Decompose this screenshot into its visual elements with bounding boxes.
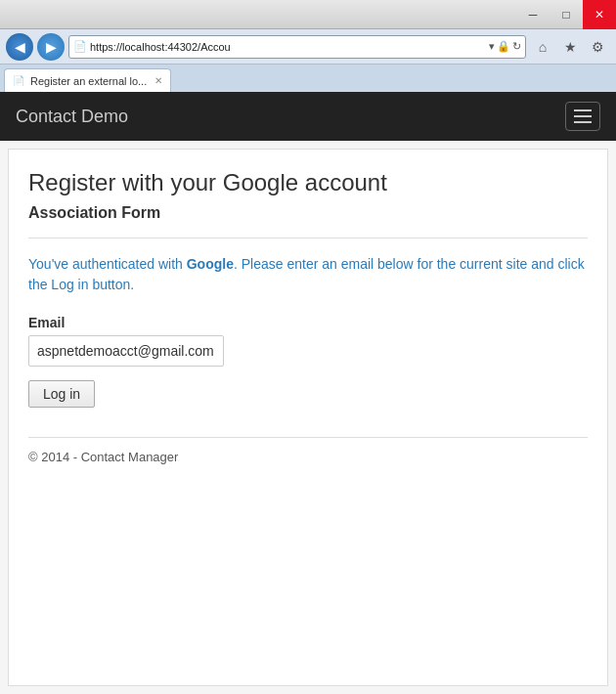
info-text: You've authenticated with Google. Please… — [28, 254, 588, 295]
hamburger-menu-button[interactable] — [565, 102, 600, 131]
content-area: Register with your Google account Associ… — [0, 141, 616, 694]
url-text: https://localhost:44302/Accou — [90, 41, 486, 53]
browser-window: ─ □ ✕ ◀ ▶ 📄 https://localhost:44302/Acco… — [0, 0, 616, 694]
hamburger-line-3 — [574, 121, 592, 123]
footer-text: © 2014 - Contact Manager — [28, 450, 178, 464]
info-text-part1: You've authenticated with — [28, 256, 187, 272]
email-label: Email — [28, 315, 588, 330]
browser-utility-icons: ⌂ ★ ⚙ — [530, 34, 610, 60]
tab-bar: 📄 Register an external lo... ✕ — [0, 65, 616, 92]
title-bar: ─ □ ✕ — [0, 0, 616, 29]
tab-favicon: 📄 — [13, 75, 24, 86]
tab-close-button[interactable]: ✕ — [154, 75, 162, 86]
hamburger-line-1 — [574, 109, 592, 111]
tab-label: Register an external lo... — [30, 75, 147, 87]
address-bar[interactable]: 📄 https://localhost:44302/Accou ▾ 🔒 ↻ — [68, 35, 526, 59]
email-input[interactable] — [28, 335, 224, 367]
google-text: Google — [187, 256, 234, 272]
page-icon: 📄 — [73, 40, 87, 53]
dropdown-icon[interactable]: ▾ — [489, 40, 495, 53]
settings-icon[interactable]: ⚙ — [585, 34, 610, 60]
home-icon[interactable]: ⌂ — [530, 34, 555, 60]
hamburger-line-2 — [574, 115, 592, 117]
refresh-icon[interactable]: ↻ — [512, 40, 521, 53]
favorites-icon[interactable]: ★ — [557, 34, 583, 60]
browser-toolbar: ◀ ▶ 📄 https://localhost:44302/Accou ▾ 🔒 … — [0, 29, 616, 65]
login-button[interactable]: Log in — [28, 380, 95, 408]
footer: © 2014 - Contact Manager — [28, 437, 588, 464]
maximize-button[interactable]: □ — [550, 0, 583, 29]
content-inner: Register with your Google account Associ… — [8, 149, 608, 686]
close-button[interactable]: ✕ — [583, 0, 616, 29]
window-controls: ─ □ ✕ — [516, 0, 616, 29]
divider-top — [28, 238, 588, 239]
back-button[interactable]: ◀ — [6, 33, 33, 61]
app-title: Contact Demo — [16, 107, 128, 127]
app-header: Contact Demo — [0, 92, 616, 141]
active-tab[interactable]: 📄 Register an external lo... ✕ — [4, 68, 171, 92]
page-heading: Register with your Google account — [28, 169, 588, 196]
email-field-group: Email — [28, 315, 588, 367]
forward-button[interactable]: ▶ — [37, 33, 65, 61]
security-icon: 🔒 — [497, 40, 510, 53]
sub-heading: Association Form — [28, 204, 588, 222]
address-bar-icons: ▾ 🔒 ↻ — [489, 40, 521, 53]
minimize-button[interactable]: ─ — [516, 0, 550, 29]
